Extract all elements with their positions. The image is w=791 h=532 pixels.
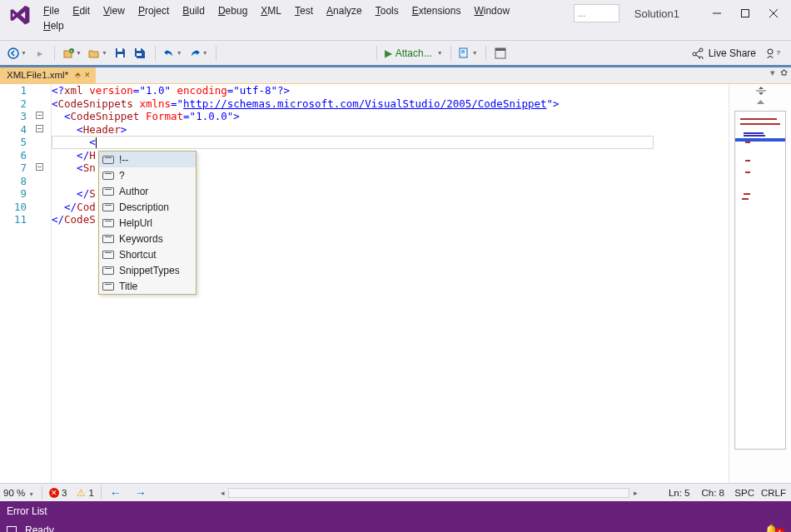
overview-ruler[interactable] (729, 84, 791, 483)
menu-help[interactable]: Help (37, 18, 71, 33)
intellisense-item[interactable]: SnippetTypes (99, 262, 196, 278)
indent-mode-label[interactable]: SPC (734, 488, 754, 498)
horizontal-scrollbar[interactable]: ◂▸ (216, 487, 641, 499)
xml-element-icon (102, 266, 114, 275)
menu-edit[interactable]: Edit (66, 3, 97, 18)
close-tab-icon[interactable]: ✕ (84, 71, 91, 79)
svg-rect-17 (495, 48, 505, 51)
menu-test[interactable]: Test (288, 3, 320, 18)
close-button[interactable] (759, 3, 788, 23)
minimize-button[interactable] (703, 3, 731, 23)
share-icon (692, 47, 704, 59)
svg-rect-9 (117, 54, 123, 57)
svg-point-20 (699, 57, 703, 59)
error-list-panel-header[interactable]: Error List (0, 501, 791, 520)
split-editor-icon[interactable] (756, 86, 766, 96)
svg-point-18 (693, 52, 696, 56)
save-all-button[interactable] (132, 44, 150, 62)
prev-issue-button[interactable]: ← (103, 486, 128, 500)
live-share-button[interactable]: Live Share (692, 47, 756, 59)
document-tab-title: XMLFile1.xml* (7, 70, 68, 80)
document-tab-well: XMLFile1.xml* ⬘ ✕ ▾ ✿ (0, 65, 791, 83)
document-tab[interactable]: XMLFile1.xml* ⬘ ✕ (0, 66, 96, 83)
code-editor[interactable]: 1234567891011 <?xml version="1.0" encodi… (0, 83, 791, 483)
new-project-button[interactable]: +▼ (60, 44, 84, 62)
status-text: Ready (25, 525, 54, 533)
xml-element-icon (102, 203, 114, 211)
intellisense-popup[interactable]: !--?AuthorDescriptionHelpUrlKeywordsShor… (98, 151, 197, 295)
undo-button[interactable]: ▼ (161, 44, 185, 62)
svg-rect-11 (137, 48, 141, 51)
line-number-label[interactable]: Ln: 5 (669, 488, 690, 498)
next-issue-button[interactable]: → (128, 486, 153, 500)
menu-build[interactable]: Build (176, 3, 211, 18)
svg-point-21 (768, 49, 773, 54)
intellisense-item[interactable]: Shortcut (99, 246, 196, 262)
scroll-up-icon[interactable] (757, 99, 764, 105)
editor-info-bar: 90 %▼ ✕3 ⚠1 ← → ◂▸ Ln: 5 Ch: 8 SPC CRLF (0, 483, 791, 501)
save-button[interactable] (112, 44, 130, 62)
visual-studio-logo-icon (8, 3, 32, 27)
navigate-back-button[interactable]: ▼ (5, 44, 29, 62)
status-bar: Ready 🔔 1 (0, 520, 791, 532)
attach-to-process-button[interactable]: ▶Attach...▼ (382, 44, 445, 62)
svg-rect-1 (742, 10, 749, 17)
intellisense-item[interactable]: !-- (99, 152, 196, 167)
menu-view[interactable]: View (97, 3, 132, 18)
xml-element-icon (102, 187, 114, 196)
code-line-3[interactable]: <CodeSnippet Format="1.0.0"> (52, 110, 729, 123)
standard-toolbar: ▼ ▸ +▼ ▼ ▼ ▼ ▶Attach...▼ ▼ Live Share ? (0, 40, 791, 65)
notifications-button[interactable]: 🔔 1 (764, 523, 784, 532)
find-in-files-button[interactable]: ▼ (456, 44, 480, 62)
open-file-button[interactable]: ▼ (86, 44, 110, 62)
svg-rect-8 (117, 48, 122, 52)
menu-tools[interactable]: Tools (369, 3, 405, 18)
redo-button[interactable]: ▼ (187, 44, 211, 62)
navigate-forward-button[interactable]: ▸ (31, 44, 49, 62)
title-bar: FileEditViewProjectBuildDebugXMLTestAnal… (0, 0, 791, 40)
warning-count[interactable]: ⚠1 (77, 487, 93, 499)
svg-rect-12 (137, 53, 142, 56)
intellisense-item[interactable]: ? (99, 167, 196, 183)
column-number-label[interactable]: Ch: 8 (701, 488, 724, 498)
error-count[interactable]: ✕3 (49, 488, 67, 498)
menu-debug[interactable]: Debug (211, 3, 254, 18)
xml-element-icon (102, 282, 114, 291)
code-line-2[interactable]: <CodeSnippets xmlns="http://schemas.micr… (52, 97, 729, 111)
menu-project[interactable]: Project (132, 3, 176, 18)
main-menu-bar: FileEditViewProjectBuildDebugXMLTestAnal… (37, 0, 516, 33)
xml-element-icon (102, 156, 114, 164)
menu-xml[interactable]: XML (254, 3, 288, 18)
notification-count-badge: 1 (775, 528, 784, 532)
code-line-4[interactable]: <Header> (52, 123, 729, 137)
svg-point-19 (699, 48, 703, 52)
feedback-button[interactable]: ? (763, 44, 783, 62)
maximize-button[interactable] (731, 3, 759, 23)
menu-file[interactable]: File (37, 3, 66, 18)
zoom-level-selector[interactable]: 90 %▼ (0, 488, 40, 498)
code-line-1[interactable]: <?xml version="1.0" encoding="utf-8"?> (52, 84, 729, 97)
svg-text:+: + (70, 48, 73, 53)
menu-analyze[interactable]: Analyze (320, 3, 369, 18)
editor-gutter: 1234567891011 (0, 84, 52, 483)
solution-explorer-button[interactable] (491, 44, 510, 62)
intellisense-item[interactable]: HelpUrl (99, 215, 196, 231)
menu-window[interactable]: Window (467, 3, 516, 18)
status-mode-icon (7, 526, 17, 533)
xml-element-icon (102, 219, 114, 227)
svg-point-4 (8, 48, 18, 58)
xml-element-icon (102, 172, 114, 180)
tab-overflow-button[interactable]: ▾ (770, 67, 775, 78)
tab-settings-icon[interactable]: ✿ (780, 67, 788, 78)
solution-name-label: Solution1 (634, 7, 679, 20)
line-ending-label[interactable]: CRLF (761, 488, 786, 498)
xml-element-icon (102, 251, 114, 259)
quick-launch-search-input[interactable] (574, 4, 619, 22)
pin-tab-icon[interactable]: ⬘ (75, 71, 81, 79)
intellisense-item[interactable]: Description (99, 199, 196, 215)
intellisense-item[interactable]: Title (99, 278, 196, 294)
intellisense-item[interactable]: Keywords (99, 231, 196, 246)
intellisense-item[interactable]: Author (99, 183, 196, 199)
menu-extensions[interactable]: Extensions (405, 3, 468, 18)
xml-element-icon (102, 235, 114, 243)
